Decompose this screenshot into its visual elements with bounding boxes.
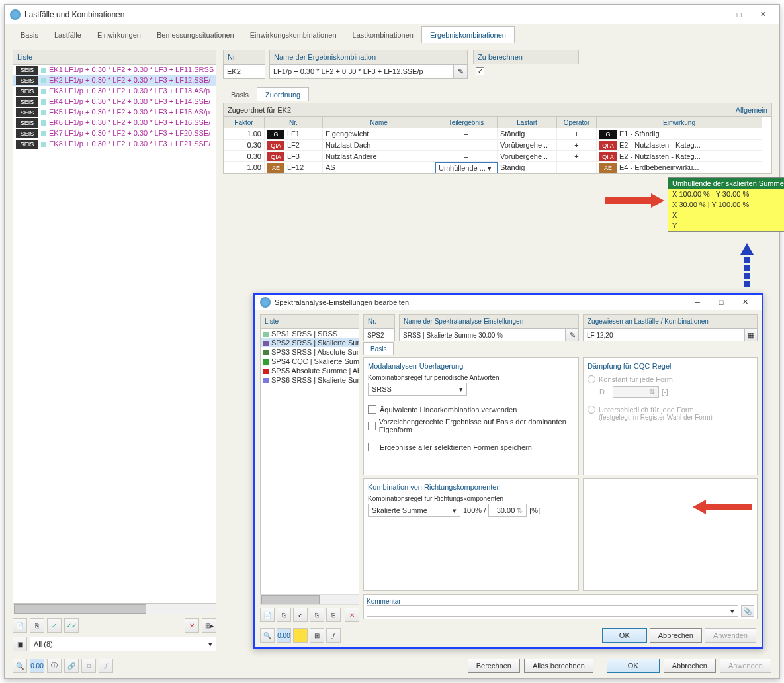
dropdown-item[interactable]: X 30.00 % | Y 100.00 % (668, 199, 784, 210)
grid-header: Operator (557, 117, 597, 128)
list-item[interactable]: SEISEK1 LF1/p + 0.30 * LF2 + 0.30 * LF3 … (13, 65, 216, 75)
tb-script-icon[interactable]: 𝑓 (99, 659, 113, 673)
sp-list-item[interactable]: SPS5 Absolute Summe | Absolute (261, 366, 359, 375)
list-item[interactable]: SEISEK6 LF1/p + 0.30 * LF2 + 0.30 * LF3 … (13, 118, 216, 128)
tb-info-icon[interactable]: ⓘ (47, 659, 62, 673)
list-item[interactable]: SEISEK8 LF1/p + 0.30 * LF2 + 0.30 * LF3 … (13, 139, 216, 150)
subtab-0[interactable]: Basis (223, 88, 257, 101)
sp-tab-basis[interactable]: Basis (363, 342, 394, 355)
check-button[interactable]: ✓ (47, 618, 62, 633)
sp-list-item[interactable]: SPS2 SRSS | Skalierte Summe 30.0 (261, 338, 359, 347)
tab-4[interactable]: Einwirkungskombinationen (242, 27, 345, 43)
list-item[interactable]: SEISEK2 LF1/p + 0.30 * LF2 + 0.30 * LF3 … (13, 75, 216, 86)
sp-list-item[interactable]: SPS3 SRSS | Absolute Summe (261, 347, 359, 357)
copy-button[interactable]: ⎘ (30, 618, 44, 633)
calc-button[interactable]: Berechnen (468, 659, 520, 673)
chk-save[interactable] (368, 443, 376, 451)
list-item[interactable]: SEISEK4 LF1/p + 0.30 * LF2 + 0.30 * LF3 … (13, 97, 216, 107)
dir-unit-label: [%] (529, 506, 540, 514)
calc-checkbox[interactable] (476, 67, 484, 75)
modal-rule-select[interactable]: SRSS▾ (368, 383, 467, 396)
ergebnis-list[interactable]: SEISEK1 LF1/p + 0.30 * LF2 + 0.30 * LF3 … (13, 64, 216, 604)
dir-rule-select[interactable]: Skalierte Summe▾ (368, 504, 460, 517)
sp-tb-fx[interactable]: 𝑓 (326, 628, 341, 643)
sp-nr-field[interactable]: SPS2 (363, 328, 395, 342)
chk-equiv-label: Äquivalente Linearkombination verwenden (380, 406, 517, 414)
nr-field[interactable]: EK2 (223, 64, 265, 79)
filter-field[interactable]: All (8)▾ (30, 637, 216, 651)
tab-5[interactable]: Lastkombinationen (345, 27, 421, 43)
sp-c3-button[interactable]: ⎘ (326, 608, 341, 622)
sp-delete-button[interactable]: ✕ (345, 608, 359, 622)
grid-row[interactable]: 0.30QIALF3Nutzlast Andere--Vorübergehe..… (224, 151, 771, 162)
maximize-button[interactable]: □ (728, 7, 750, 22)
dropdown-item[interactable]: X (668, 210, 784, 220)
minimize-button[interactable]: ─ (704, 7, 726, 22)
sp-new-button[interactable]: 📄 (260, 608, 275, 622)
check2-button[interactable]: ✓✓ (64, 618, 79, 633)
sp-c1-button[interactable]: ✓ (293, 608, 308, 622)
calc-all-button[interactable]: Alles berechnen (524, 659, 593, 673)
sp-list[interactable]: SPS1 SRSS | SRSSSPS2 SRSS | Skalierte Su… (260, 328, 359, 594)
comment-field[interactable]: ▾ (367, 605, 738, 617)
ok-button[interactable]: OK (607, 659, 660, 673)
sp-maximize-button[interactable]: □ (710, 295, 732, 310)
grid-row[interactable]: 1.00GLF1Eigengewicht--Ständig+GE1 - Stän… (224, 128, 771, 140)
comment-attach-icon[interactable]: 📎 (741, 605, 754, 617)
sp-assign-btn[interactable]: ▦ (744, 328, 758, 342)
sp-list-item[interactable]: SPS1 SRSS | SRSS (261, 329, 359, 338)
delete-button[interactable]: ✕ (185, 618, 199, 633)
sp-list-item[interactable]: SPS6 SRSS | Skalierte Summe 100. (261, 375, 359, 385)
sp-c2-button[interactable]: ⎘ (310, 608, 324, 622)
tab-3[interactable]: Bemessungssituationen (149, 27, 242, 43)
tab-0[interactable]: Basis (13, 27, 46, 43)
allgemein-link[interactable]: Allgemein (736, 106, 767, 114)
sp-close-button[interactable]: ✕ (734, 295, 756, 310)
sp-ok-button[interactable]: OK (602, 628, 647, 643)
teilergebnis-dropdown[interactable]: Umhüllende der skalierten SummenX 100.00… (668, 177, 784, 232)
layout-button[interactable]: ⊞▸ (202, 618, 216, 633)
comment-header: Kommentar (367, 598, 754, 605)
tb-num-icon[interactable]: 0.00 (30, 659, 44, 673)
dir-p2-field[interactable]: 30.00⇅ (488, 504, 527, 517)
dir-rule-label: Kombinationsregel für Richtungskomponent… (368, 495, 574, 502)
sp-tb-num[interactable]: 0.00 (277, 628, 291, 643)
list-item[interactable]: SEISEK7 LF1/p + 0.30 * LF2 + 0.30 * LF3 … (13, 128, 216, 139)
sp-titlebar: Spektralanalyse-Einstellungen bearbeiten… (255, 295, 762, 310)
sp-edit-icon[interactable]: ✎ (566, 328, 579, 342)
edit-icon[interactable]: ✎ (453, 64, 468, 79)
liste-header: Liste (13, 50, 216, 64)
grid-row[interactable]: 1.00AELF12ASUmhüllende ... ▾StändigAEE4 … (224, 162, 771, 173)
sp-list-hscroll[interactable] (260, 594, 359, 605)
tb-fx-icon[interactable]: ⚙ (81, 659, 96, 673)
list-hscroll[interactable] (13, 604, 216, 614)
list-item[interactable]: SEISEK5 LF1/p + 0.30 * LF2 + 0.30 * LF3 … (13, 107, 216, 118)
cancel-button[interactable]: Abbrechen (664, 659, 716, 673)
sp-name-field[interactable]: SRSS | Skalierte Summe 30.00 % (399, 328, 566, 342)
name-field[interactable]: LF1/p + 0.30 * LF2 + 0.30 * LF3 + LF12.S… (269, 64, 453, 79)
dropdown-item[interactable]: Umhüllende der skalierten Summen (668, 178, 784, 189)
list-item[interactable]: SEISEK3 LF1/p + 0.30 * LF2 + 0.30 * LF3 … (13, 86, 216, 97)
tb-search-icon[interactable]: 🔍 (13, 659, 27, 673)
sp-minimize-button[interactable]: ─ (686, 295, 709, 310)
tb-link-icon[interactable]: 🔗 (64, 659, 79, 673)
tab-1[interactable]: Lastfälle (46, 27, 89, 43)
dropdown-item[interactable]: Y (668, 220, 784, 231)
new-button[interactable]: 📄 (13, 618, 27, 633)
grid-row[interactable]: 0.30QIALF2Nutzlast Dach--Vorübergehe...+… (224, 140, 771, 151)
dropdown-item[interactable]: X 100.00 % | Y 30.00 % (668, 189, 784, 199)
sp-tb-tree[interactable]: ⊞ (310, 628, 324, 643)
sp-cancel-button[interactable]: Abbrechen (650, 628, 702, 643)
sp-tb-search[interactable]: 🔍 (260, 628, 275, 643)
sp-copy-button[interactable]: ⎘ (277, 608, 291, 622)
sp-list-item[interactable]: SPS4 CQC | Skalierte Summe 30.0 (261, 357, 359, 366)
tab-2[interactable]: Einwirkungen (89, 27, 149, 43)
sp-assign-field[interactable]: LF 12,20 (583, 328, 744, 342)
chk-equiv[interactable] (368, 405, 376, 414)
subtab-1[interactable]: Zuordnung (257, 87, 309, 101)
chk-sign[interactable] (368, 422, 376, 430)
filter-button[interactable]: ▣ (13, 637, 27, 651)
sp-tb-color[interactable] (293, 628, 308, 643)
tab-6[interactable]: Ergebniskombinationen (421, 26, 515, 43)
close-button[interactable]: ✕ (752, 7, 774, 22)
